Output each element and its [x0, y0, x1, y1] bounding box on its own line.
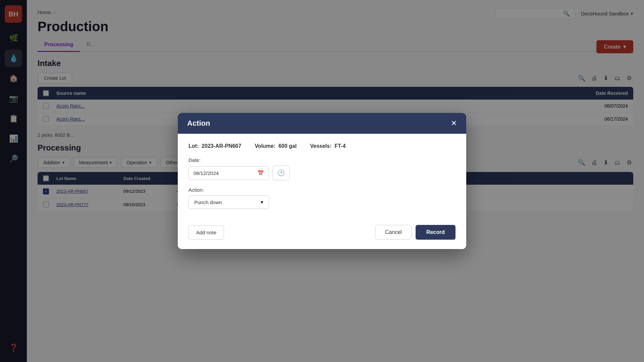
vessels-value: FT-4: [334, 143, 345, 149]
date-input[interactable]: 08/12/2024 📅: [189, 166, 269, 180]
volume-value: 600 gal: [278, 143, 297, 149]
dialog-info: Lot: 2023-AR-PN667 Volume: 600 gal Vesse…: [189, 143, 455, 149]
dialog-vessels: Vessels: FT-4: [310, 143, 345, 149]
action-select-chevron-icon: ▾: [261, 199, 263, 205]
add-note-button[interactable]: Add note: [189, 225, 224, 240]
dialog-footer: Add note Cancel Record: [178, 218, 466, 249]
modal-overlay: Action ✕ Lot: 2023-AR-PN667 Volume: 600 …: [0, 0, 644, 362]
action-select[interactable]: Punch down ▾: [189, 195, 269, 209]
dialog-close-button[interactable]: ✕: [451, 120, 457, 127]
action-dialog: Action ✕ Lot: 2023-AR-PN667 Volume: 600 …: [178, 113, 466, 249]
lot-value: 2023-AR-PN667: [202, 143, 241, 149]
dialog-body: Lot: 2023-AR-PN667 Volume: 600 gal Vesse…: [178, 134, 466, 218]
dialog-title: Action: [187, 119, 210, 128]
date-row: 08/12/2024 📅 🕐: [189, 166, 455, 180]
volume-label: Volume:: [255, 143, 275, 149]
date-field-label: Date:: [189, 157, 455, 163]
vessels-label: Vessels:: [310, 143, 331, 149]
dialog-header: Action ✕: [178, 113, 466, 134]
lot-label: Lot:: [189, 143, 199, 149]
calendar-icon: 📅: [257, 170, 264, 176]
action-select-value: Punch down: [194, 199, 257, 205]
time-button[interactable]: 🕐: [272, 166, 290, 180]
dialog-volume: Volume: 600 gal: [255, 143, 297, 149]
footer-right-buttons: Cancel Record: [375, 225, 455, 240]
cancel-button[interactable]: Cancel: [375, 225, 412, 240]
record-button[interactable]: Record: [416, 225, 455, 240]
dialog-lot: Lot: 2023-AR-PN667: [189, 143, 241, 149]
action-field-label: Action:: [189, 187, 455, 193]
date-input-value: 08/12/2024: [194, 170, 254, 176]
